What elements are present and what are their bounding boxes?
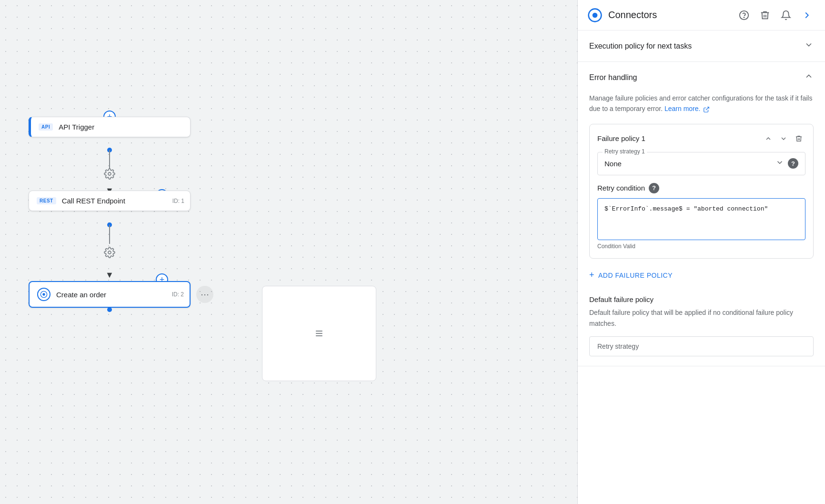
panel-header-actions: [735, 7, 815, 24]
panel-content: Execution policy for next tasks Error ha…: [578, 30, 825, 504]
add-failure-plus-icon: +: [589, 270, 594, 280]
line-2: [109, 225, 110, 244]
retry-condition-group: Retry condition ? $`ErrorInfo`.message$ …: [597, 183, 805, 251]
right-panel: Connectors: [577, 0, 825, 504]
failure-policy-1-header: Failure policy 1: [597, 132, 805, 145]
api-trigger-node[interactable]: API API Trigger: [29, 117, 191, 137]
svg-line-8: [706, 107, 709, 110]
collapse-panel-btn[interactable]: [798, 7, 815, 24]
rest-label: Call REST Endpoint: [62, 197, 125, 205]
default-failure-policy-section: Default failure policy Default failure p…: [589, 295, 814, 356]
retry-strategy-select[interactable]: None ?: [598, 152, 805, 175]
retry-condition-help-icon[interactable]: ?: [649, 183, 659, 193]
retry-strategy-select-wrapper: Retry strategy 1 None ?: [597, 152, 805, 175]
default-policy-card: Retry strategy: [589, 336, 814, 356]
learn-more-link[interactable]: Learn more.: [664, 105, 710, 112]
more-options-btn[interactable]: ⋯: [196, 286, 213, 303]
panel-title: Connectors: [608, 10, 730, 20]
retry-strategy-actions: ?: [775, 158, 798, 169]
error-handling-content: Manage failure policies and error catche…: [578, 93, 825, 366]
panel-header: Connectors: [578, 0, 825, 30]
svg-point-5: [593, 12, 598, 18]
svg-point-0: [108, 172, 111, 175]
failure-policy-1-title: Failure policy 1: [597, 134, 645, 142]
condition-textarea-wrapper: $`ErrorInfo`.message$ = "aborted connect…: [597, 198, 805, 241]
panel-connector-icon: [587, 8, 603, 23]
api-badge: API: [39, 123, 53, 131]
fp-move-up-btn[interactable]: [762, 132, 775, 145]
default-policy-placeholder: Retry strategy: [597, 343, 639, 350]
default-policy-desc: Default failure policy that will be appl…: [589, 307, 814, 329]
create-order-node[interactable]: Create an order ID: 2 ⋯: [29, 281, 191, 308]
retry-condition-text: Retry condition: [597, 184, 645, 192]
delete-btn[interactable]: [756, 7, 774, 24]
retry-condition-label-row: Retry condition ?: [597, 183, 805, 193]
create-order-id: ID: 2: [172, 291, 184, 298]
gear-icon-1[interactable]: [104, 168, 115, 180]
retry-strategy-arrow: [775, 158, 784, 169]
arrow-2: ▼: [105, 270, 114, 280]
svg-point-1: [108, 251, 111, 254]
rest-badge: REST: [37, 197, 56, 204]
connector-dot-3: [107, 307, 112, 312]
error-handling-chevron: [804, 71, 814, 83]
execution-policy-header[interactable]: Execution policy for next tasks: [578, 30, 825, 61]
svg-point-3: [42, 293, 45, 295]
retry-strategy-label: Retry strategy 1: [603, 148, 647, 155]
add-failure-policy-label: ADD FAILURE POLICY: [598, 272, 673, 279]
create-order-label: Create an order: [56, 291, 106, 299]
add-failure-policy-btn[interactable]: + ADD FAILURE POLICY: [589, 266, 673, 284]
execution-policy-section: Execution policy for next tasks: [578, 30, 825, 62]
bottom-card-icon: ≡: [315, 326, 323, 341]
help-btn[interactable]: [735, 7, 753, 24]
api-trigger-label: API Trigger: [59, 123, 94, 131]
bottom-card: ≡: [262, 286, 376, 381]
retry-strategy-value: None: [604, 160, 775, 168]
default-policy-title: Default failure policy: [589, 295, 814, 303]
notifications-btn[interactable]: [777, 7, 795, 24]
connector-node-icon: [37, 288, 50, 301]
line-1: [109, 150, 110, 169]
failure-policy-1-card: Failure policy 1: [589, 124, 814, 259]
error-handling-header[interactable]: Error handling: [578, 62, 825, 93]
retry-strategy-help-icon[interactable]: ?: [788, 158, 798, 169]
condition-textarea[interactable]: $`ErrorInfo`.message$ = "aborted connect…: [604, 204, 798, 232]
flow-canvas: + API API Trigger ▼ + REST Call REST End…: [0, 0, 577, 504]
condition-valid-text: Condition Valid: [597, 242, 805, 251]
error-handling-title: Error handling: [589, 73, 637, 82]
fp-move-down-btn[interactable]: [777, 132, 790, 145]
execution-policy-title: Execution policy for next tasks: [589, 42, 692, 50]
error-handling-desc: Manage failure policies and error catche…: [589, 93, 814, 114]
retry-strategy-group: Retry strategy 1 None ?: [597, 152, 805, 175]
gear-icon-2[interactable]: [104, 247, 115, 258]
fp-delete-btn[interactable]: [792, 132, 805, 145]
rest-node[interactable]: REST Call REST Endpoint ID: 1: [29, 191, 191, 211]
rest-id: ID: 1: [172, 198, 184, 204]
execution-policy-chevron: [804, 40, 814, 52]
failure-policy-1-actions: [762, 132, 805, 145]
error-handling-section: Error handling Manage failure policies a…: [578, 62, 825, 366]
